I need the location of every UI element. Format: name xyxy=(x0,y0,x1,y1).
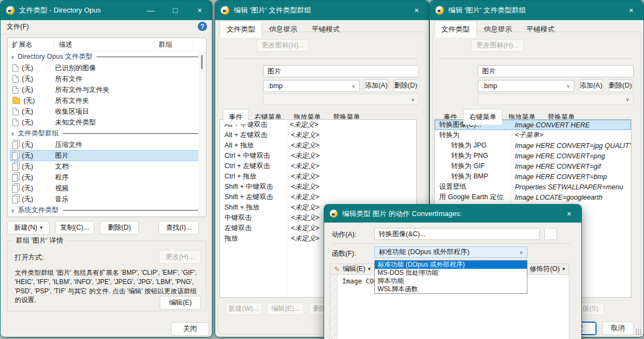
maximize-icon[interactable]: □ xyxy=(163,1,187,20)
column-header-desc[interactable]: 描述 xyxy=(54,40,154,50)
description-field[interactable]: 图片 xyxy=(263,65,419,77)
change-icon-button[interactable]: 更改图标(H)... xyxy=(257,39,309,52)
tab-file-type[interactable]: 文件类型 xyxy=(220,21,262,38)
event-value: <未定义> xyxy=(287,131,319,140)
function-combobox[interactable]: 标准功能 (DOpus 或外部程序) ∨ xyxy=(374,246,527,258)
chevron-down-icon[interactable]: ▾ xyxy=(562,267,565,272)
action-field[interactable]: 转换图像(&C)... xyxy=(374,228,540,240)
event-row[interactable]: Alt + 左键双击<未定义> xyxy=(220,130,416,140)
mime-combobox[interactable]: ∨ xyxy=(478,94,634,105)
chevron-down-icon[interactable]: ∨ xyxy=(11,131,15,137)
menu-entry-row[interactable]: 转换为 GIFImage HERE CONVERT=gif xyxy=(435,161,631,171)
column-header-ext[interactable]: 扩展名 xyxy=(8,40,54,50)
list-item[interactable]: (无) 已识别的图像 xyxy=(10,63,204,73)
subtab-events[interactable]: 事件 xyxy=(223,109,248,125)
delete-extension-button[interactable]: 删除(D) xyxy=(608,79,633,92)
event-row[interactable]: Shift + 中键双击<未定义> xyxy=(220,182,416,192)
close-icon[interactable]: × xyxy=(187,1,212,20)
function-dropdown[interactable]: 标准功能 (DOpus 或外部程序) MS-DOS 批处理功能 脚本功能 WSL… xyxy=(374,260,527,294)
event-row[interactable]: Ctrl + 左键双击<未定义> xyxy=(220,161,416,171)
menu-file[interactable]: 文件(F) xyxy=(7,22,29,32)
event-value: <未定义> xyxy=(287,162,319,171)
add-extension-button[interactable]: 添加(A) xyxy=(364,79,388,92)
extension-combobox[interactable]: .bmp ∨ xyxy=(263,80,360,92)
group-header[interactable]: ∨ Directory Opus 文件类型 xyxy=(8,51,206,63)
modifiers-button[interactable]: 修饰符(O) xyxy=(530,264,560,274)
chevron-down-icon[interactable]: ▾ xyxy=(368,267,371,272)
help-icon[interactable]: ? xyxy=(198,22,207,31)
column-header-group[interactable]: 群组 xyxy=(154,40,193,50)
event-row[interactable]: Alt + 拖放<未定义> xyxy=(220,140,416,151)
edit-event-button[interactable]: 编辑(E)... xyxy=(267,303,304,315)
group-label: 系统文件类型 xyxy=(18,206,59,215)
list-item[interactable]: (无) 所有文件与文件夹 xyxy=(10,84,204,95)
description-field[interactable]: 图片 xyxy=(478,65,634,77)
close-icon[interactable]: × xyxy=(619,1,643,20)
list-item[interactable]: (无) 所有文件 xyxy=(10,73,204,84)
close-button[interactable]: 关闭 xyxy=(171,322,209,336)
group-rule xyxy=(96,57,201,57)
delete-button[interactable]: 删除(D) xyxy=(100,221,139,235)
list-item[interactable]: (无) 所有文件夹 xyxy=(10,95,204,106)
dropdown-option[interactable]: MS-DOS 批处理功能 xyxy=(375,269,527,277)
titlebar[interactable]: 文件类型 - Directory Opus — □ × xyxy=(1,1,212,20)
menu-entry-row[interactable]: 转换为 JPGImage HERE CONVERT=jpg QUALITY=90 xyxy=(435,140,631,151)
list-item[interactable]: (无) 压缩文件 xyxy=(10,139,204,150)
list-item-selected[interactable]: (无) 图片 xyxy=(10,150,204,161)
new-button[interactable]: 新建(N)▾ xyxy=(7,221,50,235)
close-icon[interactable]: × xyxy=(557,205,581,223)
resize-grip[interactable] xyxy=(635,329,641,335)
window-title: 编辑 '图片' 文件类型群组 xyxy=(448,5,526,15)
subtab-context-menu[interactable]: 右键菜单 xyxy=(463,109,502,125)
chevron-down-icon[interactable]: ∨ xyxy=(11,208,15,213)
list-item[interactable]: (无) 音乐 xyxy=(10,194,204,205)
close-icon[interactable]: × xyxy=(404,1,429,20)
minimize-icon[interactable]: — xyxy=(138,1,163,20)
menu-entry-label: 转换为 JPG xyxy=(435,141,487,150)
dropdown-option[interactable]: WSL脚本函数 xyxy=(375,285,527,293)
dropdown-option[interactable]: 脚本功能 xyxy=(375,277,527,285)
list-item[interactable]: (无) 未知文件类型 xyxy=(10,117,204,128)
list-item[interactable]: (无) 文档 xyxy=(10,161,204,172)
group-header[interactable]: ∨ 系统文件类型 xyxy=(8,205,206,216)
menu-entry-row[interactable]: 设置壁纸Properties SETWALLPAPER=menu xyxy=(435,182,631,192)
chevron-down-icon: ∨ xyxy=(625,97,629,102)
titlebar[interactable]: 编辑 '图片' 文件类型群组 × xyxy=(430,1,643,20)
scrollbar-thumb[interactable] xyxy=(201,55,203,69)
file-type-list[interactable]: 扩展名 描述 群组 ∨ Directory Opus 文件类型 (无) 已识别的… xyxy=(7,38,206,217)
event-row[interactable]: Ctrl + 中键双击<未定义> xyxy=(220,151,416,161)
extension-combobox[interactable]: .bmp ∨ xyxy=(478,80,574,92)
edit-group-button[interactable]: 编辑(E) xyxy=(160,296,201,310)
delete-extension-button[interactable]: 删除(D) xyxy=(393,79,418,92)
scrollbar[interactable] xyxy=(198,52,205,216)
menu-entry-row[interactable]: 转换为 BMPImage HERE CONVERT=bmp xyxy=(435,171,631,182)
find-button[interactable]: 查找(I)... xyxy=(159,221,199,235)
edit-mode-button[interactable]: 编辑(E) xyxy=(343,264,366,274)
menu-entry-row[interactable]: 用 Google Earth 定位Image LOCATE=googleeart… xyxy=(435,192,631,202)
icon-picker-button[interactable] xyxy=(544,228,557,240)
list-item[interactable]: (无) 收集区项目 xyxy=(10,106,204,117)
change-button[interactable]: 更改(H)... xyxy=(159,250,201,264)
titlebar[interactable]: 编辑类型 图片 的动作 ConvertImages: × xyxy=(324,205,581,223)
tab-file-type[interactable]: 文件类型 xyxy=(434,21,477,38)
menu-entry-row[interactable]: 转换为<子菜单> xyxy=(435,130,631,140)
change-icon-button[interactable]: 更改图标(H)... xyxy=(471,39,524,52)
event-row[interactable]: Ctrl + 拖放<未定义> xyxy=(220,171,416,182)
dropdown-option-selected[interactable]: 标准功能 (DOpus 或外部程序) xyxy=(375,261,527,269)
chevron-down-icon[interactable]: ∨ xyxy=(566,83,570,89)
copy-button[interactable]: 复制(C)... xyxy=(55,221,94,235)
add-extension-button[interactable]: 添加(A) xyxy=(579,79,603,92)
chevron-down-icon[interactable]: ∨ xyxy=(519,250,523,255)
group-header[interactable]: ∨ 文件类型群组 xyxy=(8,128,206,139)
list-item[interactable]: (无) 视频 xyxy=(10,183,204,194)
chevron-down-icon[interactable]: ∨ xyxy=(351,83,355,89)
mime-combobox[interactable]: ∨ xyxy=(263,94,419,105)
event-row[interactable]: Alt + 中键双击<未定义> xyxy=(220,120,416,130)
new-event-button[interactable]: 新建(W)... xyxy=(225,303,262,315)
cancel-button[interactable]: 取消 xyxy=(602,322,634,335)
list-item[interactable]: (无) 程序 xyxy=(10,172,204,183)
chevron-down-icon[interactable]: ∨ xyxy=(11,54,15,60)
event-row[interactable]: Shift + 左键双击<未定义> xyxy=(220,192,416,202)
titlebar[interactable]: 编辑 '图片' 文件类型群组 × xyxy=(215,1,429,20)
menu-entry-row[interactable]: 转换为 PNGImage HERE CONVERT=png xyxy=(435,151,631,161)
